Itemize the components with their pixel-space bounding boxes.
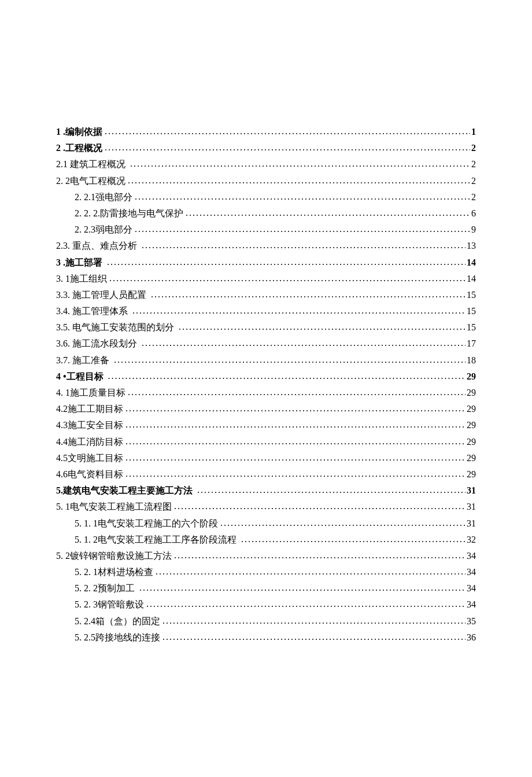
- toc-entry-page: 29: [467, 372, 476, 381]
- toc-leader-dots: [161, 632, 466, 642]
- toc-entry-page: 31: [467, 486, 476, 495]
- toc-entry-title: 施工准备: [72, 356, 112, 365]
- toc-leader-dots: [141, 338, 466, 348]
- toc-entry-title: 建筑电气安装工程主要施工方法: [63, 486, 195, 495]
- toc-entry: 2. 2. 2.防雷接地与电气保护6: [56, 209, 476, 218]
- toc-entry-page: 15: [467, 290, 476, 300]
- toc-entry-number: 4.4: [56, 437, 68, 447]
- toc-leader-dots: [127, 176, 470, 185]
- toc-leader-dots: [145, 599, 466, 609]
- toc-entry: 4.6电气资料目标29: [56, 470, 476, 479]
- toc-leader-dots: [129, 159, 470, 168]
- toc-entry-title: 工程概况: [65, 143, 102, 153]
- document-page: 1 .编制依据12 .工程概况22.1 建筑工程概况 22. 2电气工程概况22…: [0, 0, 532, 707]
- toc-leader-dots: [141, 241, 466, 250]
- toc-entry-number: 4.5: [56, 454, 68, 463]
- toc-entry-page: 34: [467, 568, 476, 577]
- toc-entry: 4 •工程目标 29: [56, 372, 476, 381]
- toc-entry-title: 施工组织: [70, 274, 107, 283]
- toc-entry-title: 施工质量目标: [70, 388, 125, 397]
- toc-entry-page: 2: [471, 176, 476, 186]
- toc-entry-page: 34: [467, 600, 476, 609]
- toc-leader-dots: [124, 469, 466, 478]
- toc-entry-page: 36: [467, 633, 476, 642]
- toc-entry-number: 5. 1. 1: [75, 519, 98, 528]
- toc-entry-title: 施工工期目标: [68, 404, 123, 414]
- toc-entry-title: 施工管理人员配置: [72, 290, 149, 300]
- toc-entry-page: 29: [467, 404, 476, 414]
- toc-entry-number: 4.2: [56, 404, 68, 414]
- toc-entry-number: 3. 1: [56, 274, 70, 283]
- toc-entry-page: 1: [471, 127, 476, 137]
- toc-entry-number: 5. 2. 3: [75, 600, 98, 609]
- toc-entry: 5. 1电气安装工程施工流程图31: [56, 502, 476, 511]
- toc-entry-page: 14: [467, 258, 476, 267]
- toc-entry: 2. 2电气工程概况2: [56, 176, 476, 186]
- toc-entry-number: 4.3: [56, 421, 68, 430]
- toc-entry-title: 编制依据: [65, 127, 102, 137]
- toc-entry-title: 文明施工目标: [68, 454, 123, 463]
- toc-entry: 5. 2. 1材料进场检查34: [56, 568, 476, 577]
- toc-leader-dots: [178, 322, 466, 332]
- toc-leader-dots: [154, 567, 466, 576]
- toc-entry-number: 3.4.: [56, 307, 70, 316]
- toc-entry-number: 5. 2. 1: [75, 568, 98, 577]
- toc-leader-dots: [196, 485, 466, 495]
- toc-entry-page: 13: [467, 241, 476, 251]
- toc-entry-page: 35: [467, 617, 476, 626]
- toc-leader-dots: [161, 616, 466, 625]
- toc-entry-number: 1: [56, 127, 61, 137]
- toc-entry: 3.6. 施工流水段划分 17: [56, 339, 476, 348]
- toc-leader-dots: [124, 420, 466, 429]
- toc-entry: 2.1 建筑工程概况 2: [56, 160, 476, 169]
- toc-entry: 2.3. 重点、难点分析 13: [56, 241, 476, 251]
- toc-entry-number: 3.6.: [56, 339, 70, 348]
- toc-entry-page: 18: [467, 356, 476, 365]
- toc-entry-title: 施工管理体系: [72, 307, 130, 316]
- toc-entry: 5. 2. 2预制加工 34: [56, 584, 476, 593]
- toc-entry-sep: •: [61, 372, 66, 381]
- toc-entry-number: 2. 2.1: [75, 193, 95, 202]
- toc-entry-page: 32: [467, 535, 476, 544]
- toc-entry: 3.3. 施工管理人员配置 15: [56, 290, 476, 300]
- toc-entry-title: 施工消防目标: [68, 437, 123, 447]
- toc-entry: 5. 2. 3钢管暗敷设34: [56, 600, 476, 609]
- toc-leader-dots: [104, 127, 470, 136]
- toc-entry-title: 箱（盒）的固定: [95, 617, 160, 626]
- toc-entry-title: 建筑工程概况: [70, 160, 128, 169]
- toc-entry-page: 14: [467, 274, 476, 283]
- toc-entry-title: 电气资料目标: [68, 470, 123, 479]
- toc-entry: 2 .工程概况2: [56, 143, 476, 153]
- toc-entry: 4.4施工消防目标29: [56, 437, 476, 447]
- toc-leader-dots: [173, 551, 466, 560]
- toc-entry-title: 电气工程概况: [70, 176, 125, 186]
- toc-entry-title: 电气安装工程施工流程图: [70, 502, 172, 511]
- toc-leader-dots: [106, 257, 466, 267]
- toc-entry-page: 29: [467, 388, 476, 397]
- toc-entry-number: 4: [56, 372, 61, 381]
- toc-entry: 4. 1施工质量目标29: [56, 388, 476, 397]
- toc-leader-dots: [173, 502, 466, 511]
- toc-entry: 1 .编制依据1: [56, 127, 476, 137]
- toc-entry-title: 强电部分: [95, 193, 132, 202]
- toc-leader-dots: [107, 371, 466, 381]
- toc-entry-sep: .: [61, 127, 65, 137]
- toc-entry: 2. 2.1强电部分2: [56, 193, 476, 202]
- toc-entry: 5. 1. 1电气安装工程施工的六个阶段31: [56, 519, 476, 528]
- toc-entry-number: 5. 2. 2: [75, 584, 98, 593]
- toc-entry-title: 电气施工安装范围的划分: [72, 323, 176, 332]
- toc-entry-page: 29: [467, 470, 476, 479]
- toc-leader-dots: [240, 535, 466, 544]
- toc-entry: 4.2施工工期目标29: [56, 404, 476, 414]
- toc-entry-title: 重点、难点分析: [72, 241, 139, 251]
- toc-entry-page: 31: [467, 502, 476, 511]
- toc-entry-number: 2.3.: [56, 241, 70, 251]
- toc-entry-page: 15: [467, 307, 476, 316]
- toc-leader-dots: [150, 290, 466, 299]
- toc-entry-title: 电气安装工程施工工序各阶段流程: [98, 535, 239, 544]
- toc-entry-page: 2: [471, 160, 476, 169]
- toc-entry-number: 5. 2: [56, 551, 70, 561]
- toc-leader-dots: [113, 355, 466, 364]
- toc-entry-number: 2: [56, 143, 61, 153]
- toc-leader-dots: [108, 274, 466, 283]
